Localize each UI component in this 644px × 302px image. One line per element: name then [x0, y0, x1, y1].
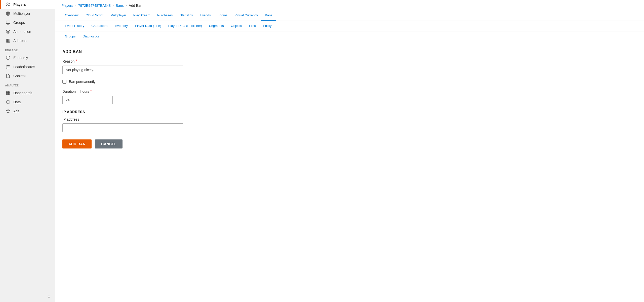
required-star-duration: *	[90, 89, 92, 94]
reason-label: Reason *	[62, 59, 637, 64]
sidebar-item-label: Economy	[13, 56, 28, 60]
ban-permanently-checkbox[interactable]	[62, 80, 66, 84]
sidebar-item-content[interactable]: Content	[0, 71, 55, 80]
ads-icon	[6, 109, 10, 113]
breadcrumb-players[interactable]: Players	[61, 4, 73, 8]
ip-address-group: IP address	[62, 117, 637, 132]
svg-point-0	[7, 3, 8, 4]
svg-marker-19	[6, 109, 10, 113]
tab-files[interactable]: Files	[246, 21, 259, 31]
sidebar-item-multiplayer[interactable]: Multiplayer	[0, 9, 55, 18]
leaderboards-icon	[6, 65, 10, 69]
tab-playstream[interactable]: PlayStream	[130, 10, 154, 21]
sidebar-item-leaderboards[interactable]: Leaderboards	[0, 62, 55, 71]
duration-group: Duration in hours *	[62, 89, 637, 104]
globe-icon	[6, 11, 10, 16]
addons-icon	[6, 38, 10, 43]
people-icon	[6, 2, 10, 7]
sidebar-item-ads[interactable]: Ads	[0, 107, 55, 116]
svg-rect-15	[6, 91, 8, 92]
tab-player-data-publisher[interactable]: Player Data (Publisher)	[165, 21, 206, 31]
svg-rect-3	[6, 21, 10, 24]
sidebar-item-addons[interactable]: Add-ons	[0, 36, 55, 45]
tab-player-data-title[interactable]: Player Data (Title)	[131, 21, 165, 31]
sidebar-item-label: Players	[13, 3, 26, 7]
sidebar-item-economy[interactable]: Economy	[0, 53, 55, 62]
main-content: Players › 7972E947487BA348 › Bans › Add …	[55, 0, 644, 302]
tab-bans[interactable]: Bans	[261, 10, 276, 21]
tabs-row-1: Overview Cloud Script Multiplayer PlaySt…	[55, 10, 644, 21]
sidebar-item-label: Data	[13, 100, 21, 104]
sidebar-item-label: Ads	[13, 109, 19, 113]
tab-virtual-currency[interactable]: Virtual Currency	[231, 10, 261, 21]
sidebar: Players Multiplayer Groups Automation Ad…	[0, 0, 55, 302]
automation-icon	[6, 29, 10, 34]
groups-icon	[6, 20, 10, 25]
sidebar-item-automation[interactable]: Automation	[0, 27, 55, 36]
tab-segments[interactable]: Segments	[206, 21, 227, 31]
sidebar-item-dashboards[interactable]: Dashboards	[0, 88, 55, 97]
breadcrumb-bans[interactable]: Bans	[116, 4, 124, 8]
sidebar-item-label: Leaderboards	[13, 65, 35, 69]
tab-overview[interactable]: Overview	[61, 10, 82, 21]
button-row: ADD BAN CANCEL	[62, 139, 637, 148]
tab-friends[interactable]: Friends	[196, 10, 214, 21]
ip-label: IP address	[62, 117, 637, 121]
breadcrumb-sep-1: ›	[75, 4, 76, 7]
duration-input[interactable]	[62, 96, 113, 104]
tabs-row-2: Event History Characters Inventory Playe…	[55, 21, 644, 31]
tab-statistics[interactable]: Statistics	[176, 10, 196, 21]
breadcrumb: Players › 7972E947487BA348 › Bans › Add …	[55, 0, 644, 10]
svg-rect-16	[9, 91, 10, 92]
sidebar-item-data[interactable]: Data	[0, 97, 55, 107]
dashboards-icon	[6, 91, 10, 95]
tab-logins[interactable]: Logins	[214, 10, 231, 21]
ip-input[interactable]	[62, 123, 183, 132]
svg-rect-6	[6, 39, 10, 42]
breadcrumb-sep-3: ›	[126, 4, 127, 7]
sidebar-item-label: Multiplayer	[13, 12, 30, 16]
ip-section-title: IP ADDRESS	[62, 110, 637, 114]
economy-icon	[6, 56, 10, 60]
sidebar-item-players[interactable]: Players	[0, 0, 55, 9]
collapse-sidebar-button[interactable]: «	[0, 291, 55, 302]
breadcrumb-current: Add Ban	[129, 4, 142, 8]
tab-characters[interactable]: Characters	[88, 21, 111, 31]
duration-label: Duration in hours *	[62, 89, 637, 94]
analyze-label: ANALYZE	[0, 80, 55, 88]
tab-purchases[interactable]: Purchases	[154, 10, 176, 21]
data-icon	[6, 100, 10, 104]
tab-policy[interactable]: Policy	[259, 21, 275, 31]
page-content: ADD BAN Reason * Ban permanently Duratio…	[55, 42, 644, 302]
sidebar-item-groups[interactable]: Groups	[0, 18, 55, 27]
reason-input[interactable]	[62, 66, 183, 74]
add-ban-button[interactable]: ADD BAN	[62, 139, 92, 148]
sidebar-item-label: Content	[13, 74, 26, 78]
tab-cloudscript[interactable]: Cloud Script	[82, 10, 107, 21]
reason-group: Reason *	[62, 59, 637, 74]
breadcrumb-sep-2: ›	[113, 4, 114, 7]
tab-diagnostics[interactable]: Diagnostics	[79, 31, 103, 42]
svg-rect-17	[9, 93, 10, 95]
tabs-row-3: Groups Diagnostics	[55, 31, 644, 42]
add-ban-title: ADD BAN	[62, 49, 637, 54]
ban-permanently-label[interactable]: Ban permanently	[69, 80, 96, 84]
cancel-button[interactable]: CANCEL	[95, 139, 123, 148]
tab-groups[interactable]: Groups	[61, 31, 79, 42]
content-icon	[6, 74, 10, 78]
engage-label: ENGAGE	[0, 45, 55, 53]
sidebar-item-label: Groups	[13, 21, 25, 25]
breadcrumb-player-id[interactable]: 7972E947487BA348	[78, 4, 111, 8]
sidebar-item-label: Automation	[13, 30, 31, 34]
required-star-reason: *	[75, 59, 77, 64]
sidebar-item-label: Add-ons	[13, 39, 26, 43]
tab-event-history[interactable]: Event History	[61, 21, 88, 31]
svg-rect-18	[6, 93, 8, 95]
tab-multiplayer[interactable]: Multiplayer	[107, 10, 130, 21]
sidebar-item-label: Dashboards	[13, 91, 32, 95]
tab-inventory[interactable]: Inventory	[111, 21, 131, 31]
tab-objects[interactable]: Objects	[227, 21, 246, 31]
ban-permanently-row: Ban permanently	[62, 80, 637, 84]
